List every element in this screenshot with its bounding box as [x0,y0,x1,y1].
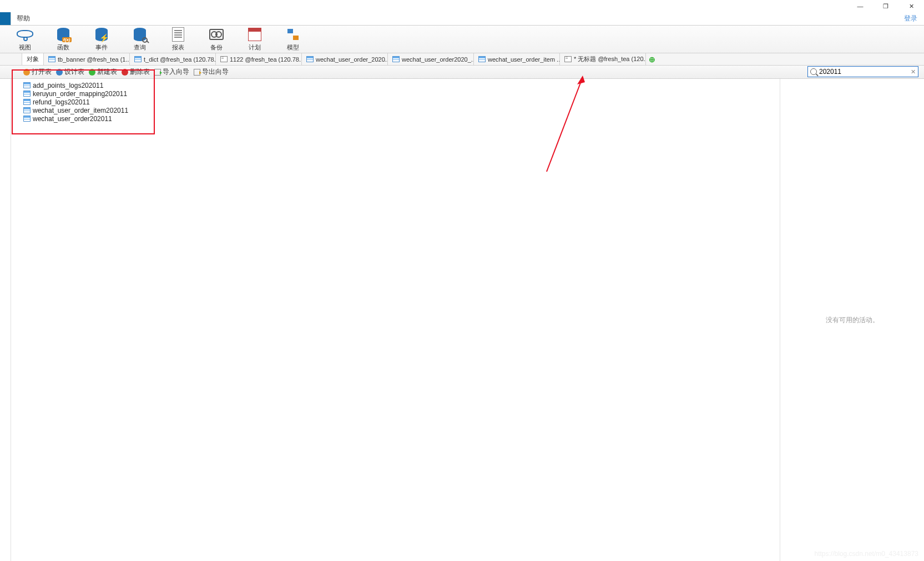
schedule-label: 计划 [249,43,261,52]
titlebar: — ❐ ✕ [0,0,924,12]
menubar: 帮助 登录 [0,12,924,26]
import-icon [154,69,161,76]
search-icon [810,68,817,75]
table-icon [23,116,31,122]
table-icon [23,82,31,88]
table-icon [392,56,400,62]
table-icon [306,56,314,62]
activity-empty-text: 没有可用的活动。 [826,315,879,325]
schedule-icon [246,27,263,42]
new-table-button[interactable]: 新建表 [89,67,117,77]
search-clear-button[interactable]: ✕ [911,68,916,76]
tab-tb-banner[interactable]: tb_banner @fresh_tea (1... [44,53,130,65]
object-list-panel: add_points_logs202011 keruyun_order_mapp… [11,79,780,561]
export-wizard-button[interactable]: 导出向导 [194,67,229,77]
function-button[interactable]: f(x) 函数 [51,27,75,52]
function-icon: f(x) [55,27,72,42]
content-area: add_points_logs202011 keruyun_order_mapp… [0,79,924,561]
import-wizard-button[interactable]: 导入向导 [154,67,189,77]
table-icon [134,56,142,62]
design-icon [56,69,63,76]
table-icon [478,56,486,62]
menu-help[interactable]: 帮助 [11,12,36,25]
minimize-button[interactable]: — [847,0,873,12]
tab-add-button[interactable]: ⊕ [646,53,658,65]
table-icon [23,107,31,113]
main-toolbar: 视图 f(x) 函数 ⚡ 事件 查询 报表 备份 计划 模型 [0,26,924,53]
tab-bar: 对象 tb_banner @fresh_tea (1... t_dict @fr… [0,53,924,66]
query-label: 查询 [134,43,146,52]
delete-icon [122,69,128,76]
report-label: 报表 [172,43,184,52]
tab-t-dict[interactable]: t_dict @fresh_tea (120.78... [130,53,216,65]
tab-wechat-order[interactable]: wechat_user_order_2020... [302,53,388,65]
list-item[interactable]: wechat_user_order202011 [23,114,780,123]
window-controls: — ❐ ✕ [847,0,924,12]
sub-toolbar: 打开表 设计表 新建表 删除表 导入向导 导出向导 ✕ [0,66,924,79]
query-icon [132,27,148,42]
menu-left-stub [0,12,11,25]
tab-left-stub [0,53,22,65]
table-icon [23,91,31,97]
activity-panel: 没有可用的活动。 [780,79,924,561]
open-icon [23,69,30,76]
backup-icon [208,27,225,42]
object-list: add_points_logs202011 keruyun_order_mapp… [23,81,780,123]
backup-label: 备份 [210,43,223,52]
left-edge [0,79,11,561]
close-button[interactable]: ✕ [898,0,924,12]
query-icon [220,56,228,62]
report-icon [170,27,186,42]
design-table-button[interactable]: 设计表 [56,67,84,77]
view-button[interactable]: 视图 [12,27,37,52]
list-item[interactable]: keruyun_order_mapping202011 [23,89,780,98]
schedule-button[interactable]: 计划 [242,27,267,52]
table-icon [48,56,55,62]
open-table-button[interactable]: 打开表 [23,67,52,77]
search-box[interactable]: ✕ [807,66,918,77]
delete-table-button[interactable]: 删除表 [122,67,150,77]
watermark: https://blog.csdn.net/m0_43413873 [815,550,918,558]
query-button[interactable]: 查询 [127,27,152,52]
search-input[interactable] [817,68,911,76]
list-item[interactable]: add_points_logs202011 [23,81,780,89]
maximize-button[interactable]: ❐ [873,0,898,12]
query-icon [564,56,572,62]
backup-button[interactable]: 备份 [204,27,229,52]
report-button[interactable]: 报表 [165,27,190,52]
export-icon [194,69,200,76]
tab-wechat-order-item[interactable]: wechat_user_order_item ... [474,53,560,65]
new-icon [89,69,95,76]
model-button[interactable]: 模型 [280,27,305,52]
model-label: 模型 [287,43,299,52]
function-label: 函数 [57,43,69,52]
list-item[interactable]: refund_logs202011 [23,98,780,106]
view-label: 视图 [19,43,31,52]
tab-wechat-order-2020[interactable]: wechat_user_order2020_... [388,53,474,65]
list-item[interactable]: wechat_user_order_item202011 [23,106,780,114]
event-label: 事件 [95,43,108,52]
tab-1122[interactable]: 1122 @fresh_tea (120.78... [216,53,302,65]
login-link[interactable]: 登录 [897,12,924,25]
model-icon [285,27,301,42]
tab-objects[interactable]: 对象 [22,53,44,65]
table-icon [23,99,31,105]
tab-untitled[interactable]: * 无标题 @fresh_tea (120... [560,53,646,65]
event-icon: ⚡ [93,27,110,42]
view-icon [17,27,33,42]
event-button[interactable]: ⚡ 事件 [89,27,114,52]
